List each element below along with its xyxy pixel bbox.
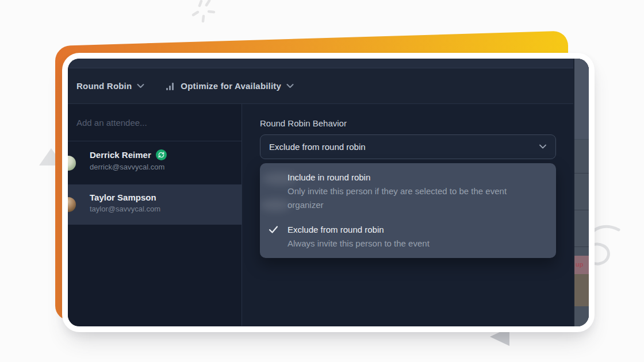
calendar-edge-sliver: up (573, 59, 589, 326)
scheduling-toolbar: Round Robin Optimize for Availability (68, 68, 589, 104)
scheduling-mode-dropdown[interactable]: Round Robin (76, 81, 144, 91)
behavior-settings-pane: Round Robin Behavior Exclude from round … (242, 104, 589, 326)
behavior-dropdown-menu: Include in round robin Only invite this … (260, 163, 556, 258)
attendee-email: derrick@savvycal.com (90, 163, 236, 171)
optimization-dropdown[interactable]: Optimize for Availability (181, 81, 294, 91)
window-top-strip (68, 59, 589, 68)
option-description: Always invite this person to the event (288, 237, 524, 251)
avatar (68, 197, 76, 212)
calendar-sliver-hatched (574, 306, 589, 326)
attendee-name: Derrick Reimer (90, 150, 151, 160)
event-partial-label: up (576, 261, 583, 268)
option-title: Exclude from round robin (288, 223, 524, 237)
attendee-name: Taylor Sampson (90, 192, 156, 202)
chevron-down-icon (539, 144, 547, 149)
attendee-email: taylor@savvycal.com (90, 205, 236, 213)
optimization-label: Optimize for Availability (181, 81, 281, 91)
calendar-sliver-event-pink: up (574, 256, 589, 274)
screenshot-frame-card: Round Robin Optimize for Availability Ad… (62, 53, 595, 332)
check-icon (269, 225, 278, 234)
bar-chart-icon (166, 82, 174, 90)
scheduling-app-panel: Round Robin Optimize for Availability Ad… (68, 59, 589, 326)
chevron-down-icon (286, 83, 294, 88)
behavior-select-value: Exclude from round robin (269, 142, 366, 152)
sync-badge-icon (156, 149, 167, 160)
menu-option-include[interactable]: Include in round robin Only invite this … (260, 171, 556, 212)
add-attendee-input[interactable]: Add an attendee... (68, 104, 241, 141)
avatar (68, 156, 76, 171)
add-attendee-placeholder: Add an attendee... (76, 118, 147, 128)
option-description: Only invite this person if they are sele… (288, 184, 524, 212)
menu-option-exclude[interactable]: Exclude from round robin Always invite t… (260, 223, 556, 251)
scheduling-mode-label: Round Robin (76, 81, 132, 91)
behavior-select[interactable]: Exclude from round robin (260, 134, 556, 159)
calendar-sliver-plain (574, 59, 589, 139)
attendee-row-derrick[interactable]: Derrick Reimer derrick@savvycal.com (68, 141, 241, 184)
sparkle-decoration-icon (189, 0, 218, 25)
behavior-label: Round Robin Behavior (260, 118, 556, 128)
calendar-sliver-event-brown (574, 274, 589, 306)
option-title: Include in round robin (288, 171, 524, 184)
chevron-down-icon (137, 83, 144, 88)
attendee-sidebar: Add an attendee... Derrick Reimer derric… (68, 104, 242, 326)
calendar-sliver-hatched (574, 139, 589, 256)
attendee-row-taylor[interactable]: Taylor Sampson taylor@savvycal.com (68, 184, 241, 225)
